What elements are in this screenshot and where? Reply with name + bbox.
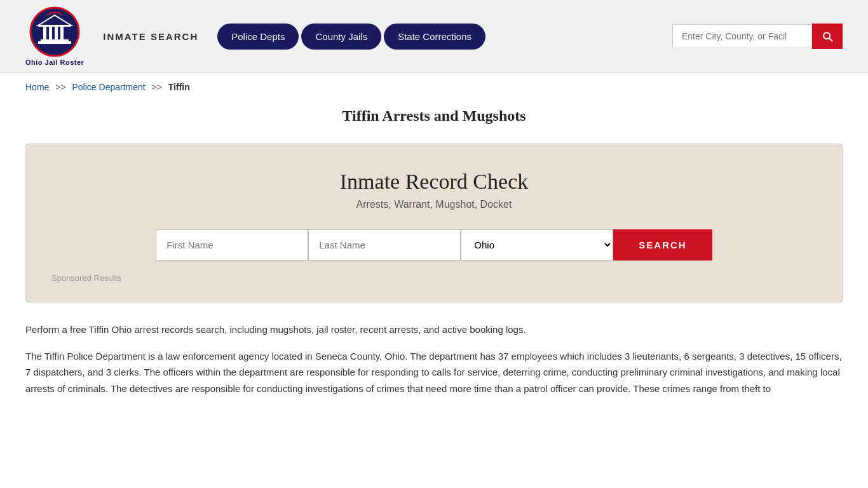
record-check-subtitle: Arrests, Warrant, Mugshot, Docket	[45, 199, 823, 210]
record-check-title: Inmate Record Check	[45, 170, 823, 194]
description-p1: Perform a free Tiffin Ohio arrest record…	[25, 322, 843, 338]
description-section: Perform a free Tiffin Ohio arrest record…	[25, 322, 843, 396]
description-p2: The Tiffin Police Department is a law en…	[25, 348, 843, 397]
last-name-input[interactable]	[308, 229, 461, 261]
header-search-button[interactable]	[812, 24, 843, 49]
nav-police-depts[interactable]: Police Depts	[217, 24, 299, 50]
header-search-area	[672, 24, 843, 49]
logo-area: ★ ★ ★ Ohio Jail Roster	[25, 6, 84, 66]
breadcrumb-sep2: >>	[152, 82, 162, 92]
main-content: Tiffin Arrests and Mugshots Inmate Recor…	[0, 101, 868, 426]
breadcrumb: Home >> Police Department >> Tiffin	[0, 73, 868, 101]
inmate-search-button[interactable]: SEARCH	[613, 229, 712, 261]
svg-rect-3	[43, 25, 46, 39]
nav-county-jails[interactable]: County Jails	[301, 24, 381, 50]
page-title: Tiffin Arrests and Mugshots	[25, 107, 843, 125]
breadcrumb-police-dept[interactable]: Police Department	[72, 82, 146, 92]
breadcrumb-sep1: >>	[55, 82, 65, 92]
search-icon	[821, 30, 834, 43]
site-logo-icon: ★ ★ ★	[29, 6, 80, 57]
nav-state-corrections[interactable]: State Corrections	[384, 24, 485, 50]
breadcrumb-current: Tiffin	[168, 82, 190, 92]
record-check-box: Inmate Record Check Arrests, Warrant, Mu…	[25, 144, 843, 302]
site-header: ★ ★ ★ Ohio Jail Roster INMATE SEARCH Pol…	[0, 0, 868, 73]
logo-text: Ohio Jail Roster	[25, 58, 84, 66]
svg-rect-4	[49, 25, 52, 39]
svg-text:★ ★ ★: ★ ★ ★	[49, 11, 60, 15]
header-search-input[interactable]	[672, 24, 812, 48]
inmate-search-form: Ohio Alabama Alaska Arizona California C…	[45, 229, 823, 261]
inmate-search-label: INMATE SEARCH	[103, 31, 198, 42]
svg-rect-2	[38, 41, 71, 44]
main-nav: Police Depts County Jails State Correcti…	[217, 24, 485, 50]
svg-rect-5	[55, 25, 58, 39]
state-select[interactable]: Ohio Alabama Alaska Arizona California C…	[461, 229, 613, 261]
first-name-input[interactable]	[156, 229, 308, 261]
svg-rect-6	[60, 25, 64, 39]
breadcrumb-home[interactable]: Home	[25, 82, 49, 92]
sponsored-label: Sponsored Results	[45, 273, 823, 283]
svg-rect-8	[38, 25, 71, 27]
